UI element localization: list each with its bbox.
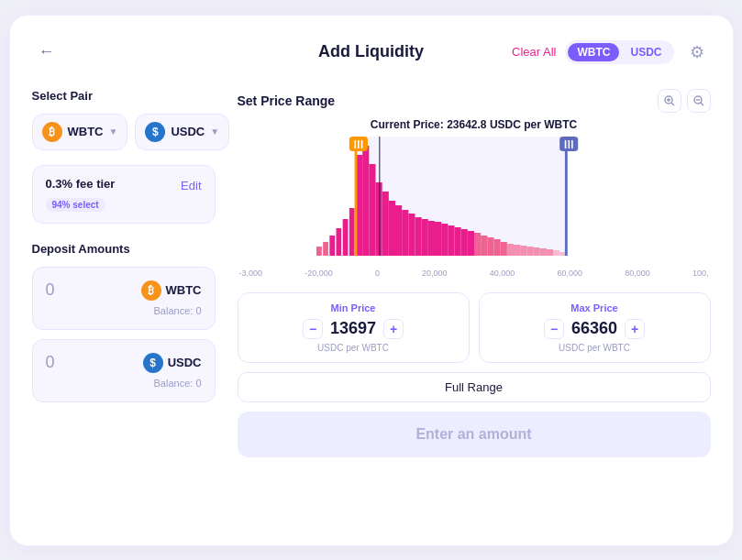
- price-chart: ||| |||: [238, 137, 711, 265]
- max-price-unit: USDC per WBTC: [491, 343, 699, 353]
- svg-rect-32: [474, 233, 481, 256]
- xaxis-label-3: 20,000: [422, 269, 448, 278]
- svg-rect-38: [514, 245, 520, 256]
- zoom-out-icon: [693, 95, 704, 106]
- token1-select[interactable]: ₿ WBTC ▼: [32, 114, 128, 150]
- deposit-amount-2[interactable]: 0: [46, 353, 55, 372]
- fee-tier-badge: 94% select: [46, 198, 105, 212]
- svg-rect-26: [435, 222, 441, 256]
- chart-xaxis: -3,000 -20,000 0 20,000 40,000 60,000 80…: [238, 269, 711, 278]
- svg-rect-23: [415, 217, 421, 256]
- max-price-row: − 66360 +: [491, 319, 699, 339]
- pair-select: ₿ WBTC ▼ $ USDC ▼: [32, 114, 216, 150]
- zoom-in-button[interactable]: [658, 89, 681, 113]
- back-button[interactable]: ←: [32, 38, 61, 67]
- svg-rect-42: [539, 248, 546, 256]
- svg-rect-16: [369, 164, 375, 256]
- deposit-row-2: 0 $ USDC: [46, 353, 202, 373]
- max-price-label: Max Price: [491, 302, 699, 313]
- max-price-minus-button[interactable]: −: [544, 319, 564, 339]
- svg-rect-28: [448, 225, 454, 256]
- svg-rect-24: [421, 219, 427, 256]
- xaxis-label-4: 40,000: [490, 269, 515, 278]
- deposit-token-1: ₿ WBTC: [141, 280, 202, 301]
- xaxis-label-7: 100,: [692, 269, 709, 278]
- min-price-plus-button[interactable]: +: [383, 319, 404, 339]
- xaxis-label-6: 80,000: [625, 269, 650, 278]
- svg-rect-22: [408, 214, 415, 256]
- deposit-token2-label: USDC: [168, 356, 202, 369]
- full-range-button[interactable]: Full Range: [238, 372, 711, 402]
- clear-all-button[interactable]: Clear All: [512, 45, 556, 59]
- left-panel: Select Pair ₿ WBTC ▼ $ USDC ▼ 0.3% fee t…: [32, 89, 216, 457]
- chevron-down-icon: ▼: [109, 126, 118, 137]
- max-price-plus-button[interactable]: +: [625, 319, 645, 339]
- fee-tier-label: 0.3% fee tier: [46, 177, 116, 191]
- header: ← Add Liquidity Clear All WBTC USDC ⚙: [32, 38, 711, 67]
- chart-container: ||| ||| -3,000 -20,000 0 20,000 40,000 6…: [238, 137, 711, 283]
- deposit-balance-1: Balance: 0: [46, 305, 202, 316]
- settings-button[interactable]: ⚙: [683, 38, 711, 66]
- price-controls: Min Price − 13697 + USDC per WBTC Max Pr…: [238, 292, 711, 363]
- svg-rect-29: [454, 227, 460, 256]
- xaxis-label-1: -20,000: [305, 269, 333, 278]
- svg-line-1: [671, 103, 674, 105]
- current-price: Current Price: 23642.8 USDC per WBTC: [238, 118, 711, 131]
- svg-rect-40: [526, 247, 533, 256]
- svg-rect-44: [553, 250, 559, 256]
- min-price-minus-button[interactable]: −: [303, 319, 323, 339]
- token-toggle: WBTC USDC: [565, 40, 673, 64]
- svg-rect-41: [533, 247, 539, 256]
- page-title: Add Liquidity: [318, 42, 424, 61]
- deposit-token-2: $ USDC: [143, 353, 202, 373]
- svg-line-5: [701, 103, 703, 105]
- min-price-value: 13697: [330, 319, 376, 338]
- zoom-in-icon: [664, 95, 675, 106]
- enter-amount-button[interactable]: Enter an amount: [238, 412, 711, 457]
- svg-rect-35: [493, 239, 500, 256]
- svg-rect-12: [342, 219, 348, 256]
- toggle-wbtc[interactable]: WBTC: [568, 43, 619, 61]
- svg-rect-39: [520, 246, 526, 256]
- svg-rect-36: [500, 242, 506, 256]
- edit-fee-button[interactable]: Edit: [181, 177, 201, 192]
- deposit-input-1: 0 ₿ WBTC Balance: 0: [32, 267, 216, 330]
- price-range-title: Set Price Range: [238, 93, 336, 108]
- min-price-row: − 13697 +: [249, 319, 458, 339]
- svg-rect-37: [506, 244, 513, 256]
- toggle-usdc[interactable]: USDC: [621, 43, 670, 61]
- right-panel: Set Price Range: [238, 89, 711, 457]
- fee-tier-box: 0.3% fee tier 94% select Edit: [32, 165, 216, 224]
- svg-rect-31: [467, 231, 473, 256]
- deposit-balance-2: Balance: 0: [46, 378, 202, 389]
- fee-tier-info: 0.3% fee tier 94% select: [46, 177, 116, 212]
- usdc-icon-2: $: [143, 353, 163, 373]
- main-layout: Select Pair ₿ WBTC ▼ $ USDC ▼ 0.3% fee t…: [32, 89, 711, 457]
- deposit-section: Deposit Amounts 0 ₿ WBTC Balance: 0 0: [32, 242, 216, 402]
- current-price-label: Current Price:: [371, 118, 444, 131]
- svg-rect-43: [546, 249, 552, 256]
- svg-text:|||: |||: [353, 138, 363, 148]
- zoom-out-button[interactable]: [687, 89, 711, 113]
- deposit-label: Deposit Amounts: [32, 242, 216, 256]
- price-range-header: Set Price Range: [238, 89, 711, 113]
- svg-rect-27: [441, 224, 448, 256]
- xaxis-label-2: 0: [375, 269, 380, 278]
- deposit-input-2: 0 $ USDC Balance: 0: [32, 339, 216, 402]
- token2-select[interactable]: $ USDC ▼: [135, 114, 229, 150]
- deposit-token1-label: WBTC: [166, 283, 202, 297]
- token1-label: WBTC: [68, 125, 104, 138]
- max-price-value: 66360: [571, 319, 617, 338]
- svg-rect-10: [329, 236, 335, 256]
- svg-rect-18: [382, 192, 388, 256]
- usdc-icon: $: [145, 122, 165, 142]
- xaxis-label-5: 60,000: [558, 269, 583, 278]
- svg-rect-30: [460, 229, 467, 256]
- xaxis-label-0: -3,000: [239, 269, 263, 278]
- svg-rect-20: [395, 205, 402, 256]
- zoom-buttons: [658, 89, 711, 113]
- deposit-amount-1[interactable]: 0: [46, 280, 55, 300]
- max-price-box: Max Price − 66360 + USDC per WBTC: [479, 292, 711, 363]
- svg-rect-13: [349, 208, 354, 256]
- svg-rect-21: [402, 210, 408, 256]
